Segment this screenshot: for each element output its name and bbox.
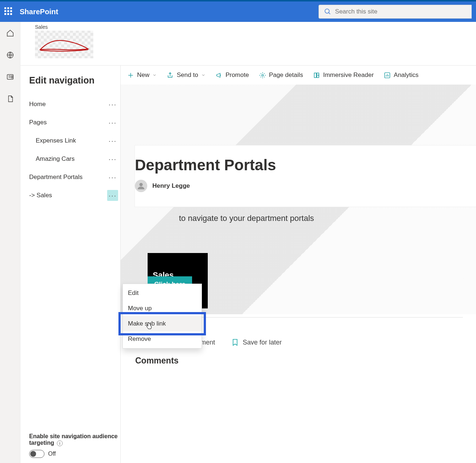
comments-heading: Comments bbox=[121, 346, 476, 366]
audience-targeting-label: Enable site navigation audience targetin… bbox=[29, 433, 120, 446]
brand-label[interactable]: SharePoint bbox=[20, 8, 58, 16]
analytics-icon bbox=[384, 72, 391, 79]
nav-item-more-icon[interactable]: ··· bbox=[107, 190, 118, 201]
page-title: Department Portals bbox=[135, 156, 463, 174]
toggle-state-label: Off bbox=[48, 451, 56, 457]
nav-item-more-icon[interactable]: ··· bbox=[107, 99, 118, 110]
nav-item-label: -> Sales bbox=[29, 192, 52, 199]
author-avatar[interactable] bbox=[135, 180, 147, 192]
reader-icon bbox=[313, 72, 320, 79]
plus-icon bbox=[127, 72, 134, 79]
page-subtitle: to navigate to your department portals bbox=[179, 214, 314, 223]
nav-item-label: Home bbox=[29, 101, 46, 108]
search-box[interactable] bbox=[319, 5, 472, 19]
info-icon[interactable]: i bbox=[57, 440, 63, 446]
nav-item-more-icon[interactable]: ··· bbox=[107, 172, 118, 183]
svg-point-9 bbox=[262, 74, 264, 76]
chevron-down-icon bbox=[152, 73, 157, 77]
nav-item[interactable]: Amazing Cars··· bbox=[29, 150, 120, 168]
bookmark-icon bbox=[231, 338, 239, 346]
nav-item-more-icon[interactable]: ··· bbox=[107, 135, 118, 146]
gear-icon bbox=[259, 72, 266, 79]
new-button[interactable]: New bbox=[127, 71, 157, 79]
send-to-button[interactable]: Send to bbox=[167, 71, 206, 79]
search-icon bbox=[324, 8, 331, 16]
nav-item-context-menu: EditMove upMake sub linkRemove bbox=[122, 284, 202, 349]
page-details-button[interactable]: Page details bbox=[259, 71, 303, 79]
context-menu-item[interactable]: Remove bbox=[123, 331, 202, 347]
svg-rect-6 bbox=[11, 76, 12, 78]
edit-nav-title: Edit navigation bbox=[29, 75, 120, 86]
suite-header: SharePoint bbox=[0, 1, 476, 22]
megaphone-icon bbox=[216, 72, 223, 79]
site-logo[interactable] bbox=[35, 31, 93, 58]
page-canvas: New Send to Promote Page details bbox=[121, 66, 476, 463]
site-header: Sales bbox=[20, 22, 476, 66]
files-icon[interactable] bbox=[6, 95, 14, 103]
share-icon bbox=[167, 72, 174, 79]
nav-item-more-icon[interactable]: ··· bbox=[107, 153, 118, 164]
save-for-later-button[interactable]: Save for later bbox=[231, 338, 282, 346]
nav-item[interactable]: Expenses Link··· bbox=[29, 132, 120, 150]
title-area: Department Portals Henry Legge bbox=[134, 145, 476, 207]
globe-icon[interactable] bbox=[6, 51, 14, 59]
nav-item[interactable]: Department Portals··· bbox=[29, 168, 120, 186]
context-menu-item[interactable]: Make sub link bbox=[123, 316, 202, 331]
promote-button[interactable]: Promote bbox=[216, 71, 249, 79]
svg-line-1 bbox=[329, 13, 330, 14]
nav-item-label: Expenses Link bbox=[36, 137, 76, 144]
site-name[interactable]: Sales bbox=[35, 24, 93, 30]
nav-item-label: Department Portals bbox=[29, 174, 82, 181]
nav-item[interactable]: -> Sales··· bbox=[29, 186, 120, 205]
audience-targeting-toggle[interactable] bbox=[29, 450, 44, 458]
nav-item[interactable]: Home··· bbox=[29, 95, 120, 113]
context-menu-item[interactable]: Edit bbox=[123, 285, 202, 301]
nav-item-more-icon[interactable]: ··· bbox=[107, 117, 118, 128]
author-name[interactable]: Henry Legge bbox=[152, 182, 190, 190]
edit-navigation-panel: Edit navigation Home···Pages···Expenses … bbox=[20, 66, 121, 463]
left-rail bbox=[0, 22, 20, 463]
svg-point-14 bbox=[139, 183, 143, 186]
news-icon[interactable] bbox=[6, 73, 14, 81]
nav-item-label: Pages bbox=[29, 119, 47, 126]
immersive-reader-button[interactable]: Immersive Reader bbox=[313, 71, 374, 79]
app-launcher-icon[interactable] bbox=[4, 7, 13, 16]
home-icon[interactable] bbox=[6, 29, 14, 37]
chevron-down-icon bbox=[201, 73, 206, 77]
nav-item[interactable]: Pages··· bbox=[29, 113, 120, 132]
nav-item-label: Amazing Cars bbox=[36, 155, 75, 163]
svg-point-0 bbox=[325, 9, 329, 13]
context-menu-item[interactable]: Move up bbox=[123, 301, 202, 316]
command-bar: New Send to Promote Page details bbox=[121, 66, 476, 85]
hero-section: Department Portals Henry Legge to naviga… bbox=[121, 85, 476, 314]
search-input[interactable] bbox=[335, 8, 467, 15]
analytics-button[interactable]: Analytics bbox=[384, 71, 418, 79]
